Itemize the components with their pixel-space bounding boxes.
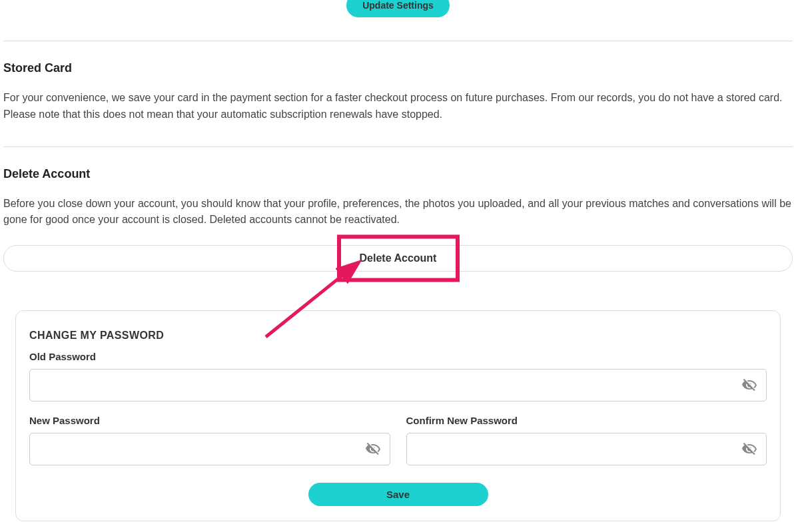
visibility-off-icon[interactable]: [365, 441, 381, 457]
update-settings-button[interactable]: Update Settings: [346, 0, 450, 17]
delete-account-section: Delete Account Before you close down you…: [3, 147, 793, 286]
old-password-input[interactable]: [29, 369, 767, 401]
delete-account-heading: Delete Account: [3, 167, 793, 181]
stored-card-section: Stored Card For your convenience, we sav…: [3, 41, 793, 146]
stored-card-body: For your convenience, we save your card …: [3, 90, 793, 123]
old-password-label: Old Password: [29, 351, 767, 362]
new-password-input[interactable]: [29, 433, 390, 465]
delete-account-body: Before you close down your account, you …: [3, 196, 793, 229]
visibility-off-icon[interactable]: [741, 441, 757, 457]
confirm-password-label: Confirm New Password: [406, 415, 767, 426]
stored-card-heading: Stored Card: [3, 61, 793, 75]
visibility-off-icon[interactable]: [741, 378, 757, 394]
delete-account-button[interactable]: Delete Account: [3, 245, 793, 272]
new-password-label: New Password: [29, 415, 390, 426]
save-button[interactable]: Save: [308, 483, 488, 506]
change-password-card: CHANGE MY PASSWORD Old Password New Pass…: [15, 310, 781, 521]
confirm-password-input[interactable]: [406, 433, 767, 465]
change-password-heading: CHANGE MY PASSWORD: [29, 330, 767, 342]
